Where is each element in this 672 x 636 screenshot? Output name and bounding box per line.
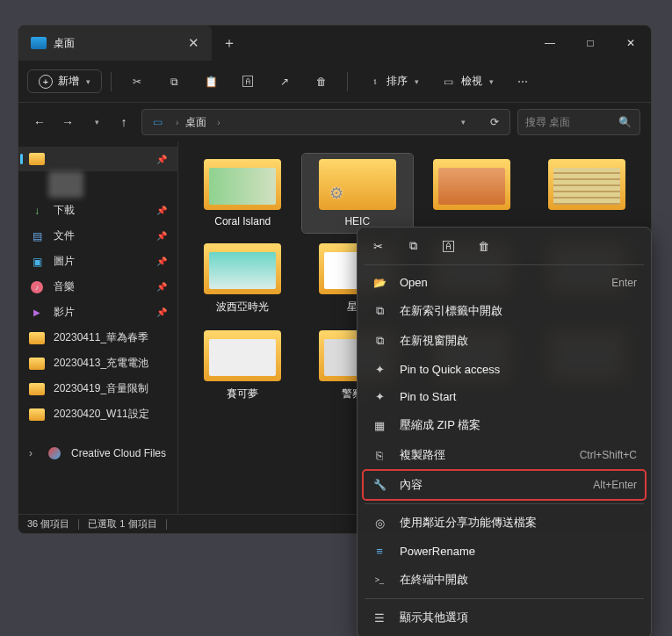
folder-icon xyxy=(29,408,45,421)
more-icon xyxy=(515,74,531,90)
cut-button[interactable] xyxy=(120,69,154,95)
ctx-compress-zip[interactable]: 壓縮成 ZIP 檔案 xyxy=(363,410,646,440)
sidebar-item-videos[interactable]: 影片📌 xyxy=(18,300,177,325)
view-button[interactable]: 檢視 ▾ xyxy=(431,69,502,95)
folder-thumb xyxy=(548,159,625,210)
ctx-open-new-tab[interactable]: 在新索引標籤中開啟 xyxy=(363,296,646,326)
ctx-open-terminal[interactable]: 在終端中開啟 xyxy=(363,565,646,595)
share-button[interactable] xyxy=(268,69,301,95)
ctx-pin-start[interactable]: Pin to Start xyxy=(363,383,646,410)
plus-icon: + xyxy=(39,75,53,89)
sidebar-item-documents[interactable]: 文件📌 xyxy=(18,223,177,249)
ctx-open-new-window[interactable]: 在新視窗開啟 xyxy=(363,326,646,356)
folder-item[interactable]: Coral Island xyxy=(187,154,299,233)
history-button[interactable]: ▾ xyxy=(85,118,106,126)
minimize-button[interactable]: — xyxy=(530,25,570,61)
chevron-down-icon: ▾ xyxy=(415,77,419,86)
copypath-icon xyxy=(372,449,387,462)
cc-icon xyxy=(48,447,61,459)
toolbar: + 新增 ▾ 排序 ▾ 檢視 ▾ xyxy=(18,61,651,103)
sidebar-item-downloads[interactable]: 下載📌 xyxy=(18,198,177,223)
folder-item[interactable] xyxy=(416,154,528,233)
new-label: 新增 xyxy=(58,74,79,89)
rename-button[interactable] xyxy=(231,69,264,95)
search-placeholder: 搜尋 桌面 xyxy=(525,115,610,130)
newtab-icon xyxy=(372,304,387,318)
ctx-power-rename[interactable]: PowerRename xyxy=(363,538,646,565)
folder-label: Coral Island xyxy=(214,215,271,228)
tab-desktop[interactable]: 桌面 ✕ xyxy=(18,25,212,61)
video-icon xyxy=(29,306,45,320)
up-button[interactable] xyxy=(113,115,134,129)
sidebar-item-folder[interactable]: 20230413_充電電池 xyxy=(18,351,177,376)
sort-button[interactable]: 排序 ▾ xyxy=(357,69,428,95)
power-rename-icon xyxy=(372,545,387,558)
pic-icon xyxy=(29,255,45,269)
folder-label: 賽可夢 xyxy=(227,387,258,401)
chevron-down-icon: ▾ xyxy=(489,77,494,86)
blurred-item xyxy=(48,171,83,198)
sidebar-item-current[interactable]: 📌 xyxy=(18,147,177,171)
delete-button[interactable] xyxy=(305,69,338,95)
pin-icon: 📌 xyxy=(156,155,167,164)
newwindow-icon xyxy=(372,334,387,348)
paste-button[interactable] xyxy=(194,69,228,95)
more-button[interactable] xyxy=(506,69,539,95)
trash-icon[interactable] xyxy=(475,238,491,254)
more-options-icon xyxy=(372,611,387,625)
ctx-open[interactable]: OpenEnter xyxy=(363,269,646,296)
sidebar-item-folder[interactable]: 20230411_華為春季 xyxy=(18,325,177,351)
ctx-show-more-options[interactable]: 顯示其他選項 xyxy=(363,603,646,632)
chevron-down-icon[interactable]: ▾ xyxy=(461,118,466,126)
folder-icon xyxy=(29,153,45,165)
copy-icon xyxy=(166,74,182,90)
cut-icon[interactable] xyxy=(370,238,386,254)
folder-item[interactable]: ⚙HEIC xyxy=(302,154,414,233)
properties-icon xyxy=(372,479,387,491)
rename-icon xyxy=(240,74,256,90)
chevron-down-icon: ▾ xyxy=(86,77,90,86)
folder-icon xyxy=(31,37,47,49)
open-icon xyxy=(372,277,387,289)
context-menu: OpenEnter 在新索引標籤中開啟 在新視窗開啟 Pin to Quick … xyxy=(357,227,652,636)
folder-label: HEIC xyxy=(344,215,370,228)
ctx-properties[interactable]: 內容Alt+Enter xyxy=(363,470,646,500)
address-bar[interactable]: › 桌面 › ▾ xyxy=(141,109,510,135)
rename-icon[interactable] xyxy=(440,238,456,254)
selection-count: 已選取 1 個項目 xyxy=(88,517,156,531)
refresh-button[interactable] xyxy=(487,114,502,130)
new-tab-button[interactable]: ＋ xyxy=(212,25,247,61)
back-button[interactable] xyxy=(29,115,50,129)
sidebar-item-music[interactable]: 音樂📌 xyxy=(18,274,177,300)
sort-label: 排序 xyxy=(387,74,408,89)
copy-icon[interactable] xyxy=(405,238,421,254)
ctx-copy-path[interactable]: 複製路徑Ctrl+Shift+C xyxy=(363,440,646,470)
ctx-pin-quick-access[interactable]: Pin to Quick access xyxy=(363,356,646,383)
sidebar-item-folder[interactable]: 20230419_音量限制 xyxy=(18,376,177,401)
folder-item[interactable]: 賽可夢 xyxy=(187,325,299,407)
music-icon xyxy=(31,281,43,293)
sidebar-item-creative-cloud[interactable]: Creative Cloud Files xyxy=(18,441,177,466)
folder-icon xyxy=(29,332,45,344)
tab-title: 桌面 xyxy=(54,36,181,51)
chevron-right-icon xyxy=(29,447,38,459)
close-window-button[interactable]: ✕ xyxy=(611,25,651,61)
close-tab-icon[interactable]: ✕ xyxy=(188,35,199,51)
sidebar-item-folder[interactable]: 20230420_W11設定 xyxy=(18,401,177,427)
forward-button[interactable] xyxy=(57,115,78,129)
nearby-icon xyxy=(372,517,387,530)
folder-icon xyxy=(29,383,45,395)
maximize-button[interactable]: □ xyxy=(570,25,611,61)
sidebar-item-pictures[interactable]: 圖片📌 xyxy=(18,249,177,274)
search-box[interactable]: 搜尋 桌面 xyxy=(517,109,640,135)
sidebar: 📌 下載📌 文件📌 圖片📌 音樂📌 影片📌 20230411_華為春季 2023… xyxy=(18,141,178,514)
folder-item[interactable]: 波西亞時光 xyxy=(187,238,299,320)
cut-icon xyxy=(129,74,145,90)
folder-label: 波西亞時光 xyxy=(216,300,269,314)
folder-item[interactable] xyxy=(531,154,643,233)
folder-icon xyxy=(29,358,45,370)
new-button[interactable]: + 新增 ▾ xyxy=(27,69,102,93)
breadcrumb[interactable]: 桌面 xyxy=(185,115,206,130)
ctx-nearby-share[interactable]: 使用鄰近分享功能傳送檔案 xyxy=(363,508,646,538)
copy-button[interactable] xyxy=(157,69,191,95)
